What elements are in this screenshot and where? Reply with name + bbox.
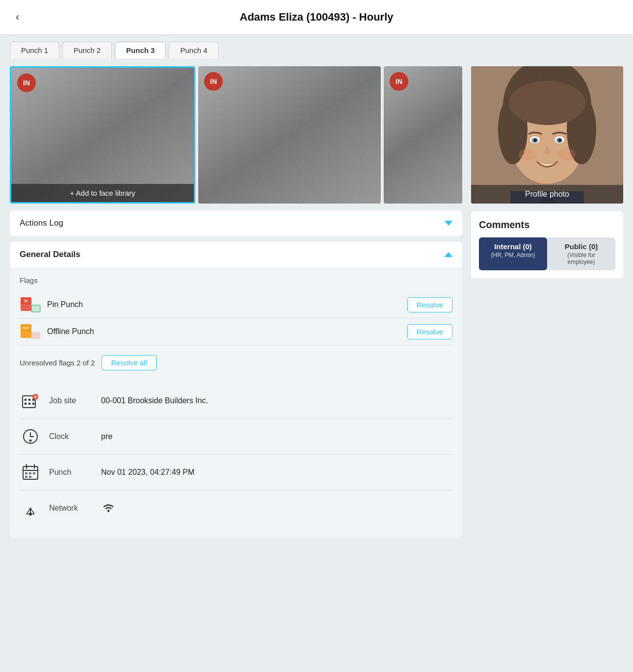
detail-row-clock: Clock pre [20, 419, 452, 455]
detail-row-punch: Punch Nov 01 2023, 04:27:49 PM [20, 455, 452, 491]
svg-point-52 [558, 139, 561, 142]
actions-log-header[interactable]: Actions Log [10, 210, 462, 236]
clock-label: Clock [49, 432, 93, 441]
internal-tab-sub: (HR, PM, Admin) [485, 252, 541, 258]
jobsite-label: Job site [49, 396, 93, 405]
public-tab-label: Public (0) [553, 242, 609, 251]
comment-tab-public[interactable]: Public (0) (Visible for employee) [547, 237, 615, 270]
general-details-header[interactable]: General Details [10, 242, 462, 267]
network-label: Network [49, 504, 93, 513]
jobsite-icon [20, 390, 41, 412]
jobsite-value: 00-001 Brookside Builders Inc. [101, 396, 208, 405]
svg-rect-33 [29, 476, 31, 478]
general-details-title: General Details [20, 250, 80, 259]
svg-rect-11 [28, 399, 30, 401]
svg-rect-13 [25, 403, 26, 405]
comment-tab-internal[interactable]: Internal (0) (HR, PM, Admin) [479, 237, 547, 270]
in-badge-2: IN [204, 72, 223, 91]
svg-point-40 [107, 510, 109, 512]
flag-row-offline-punch: OUT Offline Punch Resolve [20, 318, 452, 345]
svg-point-55 [558, 149, 576, 160]
flags-label: Flags [20, 276, 452, 284]
flag-row-pin-punch: IN Pin Punch Resolve [20, 291, 452, 318]
offline-punch-flag-icon: OUT [20, 323, 41, 340]
svg-point-51 [534, 139, 537, 142]
pin-punch-flag-icon: IN [20, 296, 41, 313]
actions-log-title: Actions Log [20, 218, 63, 228]
clock-icon [20, 426, 41, 447]
svg-rect-14 [28, 403, 30, 405]
detail-row-network: Network [20, 491, 452, 526]
unresolved-row: Unresolved flags 2 of 2 Resolve all [20, 348, 452, 373]
general-details-content: Flags IN Pin Punch Resolve [10, 267, 462, 538]
network-icon [20, 497, 41, 519]
pin-punch-label: Pin Punch [47, 300, 401, 309]
in-badge-1: IN [17, 74, 36, 92]
header: ‹ Adams Eliza (100493) - Hourly [0, 0, 633, 35]
svg-rect-30 [29, 472, 31, 474]
network-wifi-value [101, 501, 116, 515]
profile-photo-label: Profile photo [471, 185, 623, 204]
general-details-section: General Details Flags IN [10, 242, 462, 538]
left-column: IN + Add to face library IN IN Actions L… [10, 66, 462, 543]
offline-punch-resolve-button[interactable]: Resolve [407, 324, 452, 339]
main-content: IN + Add to face library IN IN Actions L… [0, 58, 633, 551]
unresolved-text: Unresolved flags 2 of 2 [20, 359, 95, 367]
svg-rect-3 [31, 305, 40, 312]
right-column: Profile photo Comments Internal (0) (HR,… [471, 66, 623, 543]
detail-rows: Job site 00-001 Brookside Builders Inc. [20, 383, 452, 526]
svg-rect-29 [25, 472, 27, 474]
svg-rect-8 [31, 332, 40, 339]
svg-text:OUT: OUT [23, 326, 30, 330]
punch-photo-1[interactable]: IN + Add to face library [10, 66, 195, 204]
tab-punch3[interactable]: Punch 3 [115, 42, 166, 58]
public-tab-sub: (Visible for employee) [553, 252, 609, 265]
tab-punch2[interactable]: Punch 2 [62, 42, 112, 58]
tab-punch4[interactable]: Punch 4 [169, 42, 218, 58]
photo-strip: IN + Add to face library IN IN [10, 66, 462, 204]
comments-section: Comments Internal (0) (HR, PM, Admin) Pu… [471, 211, 623, 278]
actions-log-section: Actions Log [10, 210, 462, 236]
punch-photo-2[interactable]: IN [198, 66, 381, 204]
svg-text:IN: IN [25, 299, 28, 303]
resolve-all-button[interactable]: Resolve all [102, 355, 156, 370]
punch-calendar-icon [20, 462, 41, 483]
profile-photo-card: Profile photo [471, 66, 623, 204]
punch-photo-3[interactable]: IN [384, 66, 462, 204]
offline-punch-label: Offline Punch [47, 327, 401, 336]
clock-value: pre [101, 432, 112, 441]
in-badge-3: IN [390, 72, 408, 91]
punch-tabs: Punch 1 Punch 2 Punch 3 Punch 4 [0, 35, 633, 58]
svg-point-46 [509, 81, 585, 125]
comments-tabs: Internal (0) (HR, PM, Admin) Public (0) … [479, 237, 615, 270]
svg-rect-31 [33, 472, 35, 474]
actions-log-chevron [445, 221, 452, 226]
punch-value: Nov 01 2023, 04:27:49 PM [101, 468, 194, 477]
pin-punch-resolve-button[interactable]: Resolve [407, 297, 452, 312]
svg-rect-15 [32, 403, 34, 405]
svg-rect-32 [25, 476, 27, 478]
svg-point-54 [519, 149, 536, 160]
detail-row-jobsite: Job site 00-001 Brookside Builders Inc. [20, 383, 452, 419]
internal-tab-label: Internal (0) [485, 242, 541, 251]
general-details-chevron [445, 252, 452, 257]
back-button[interactable]: ‹ [12, 9, 23, 26]
svg-rect-10 [25, 399, 26, 401]
comments-title: Comments [479, 219, 615, 231]
add-face-button[interactable]: + Add to face library [11, 184, 194, 202]
page-title: Adams Eliza (100493) - Hourly [239, 11, 393, 24]
punch-label: Punch [49, 468, 93, 477]
tab-punch1[interactable]: Punch 1 [10, 42, 59, 58]
